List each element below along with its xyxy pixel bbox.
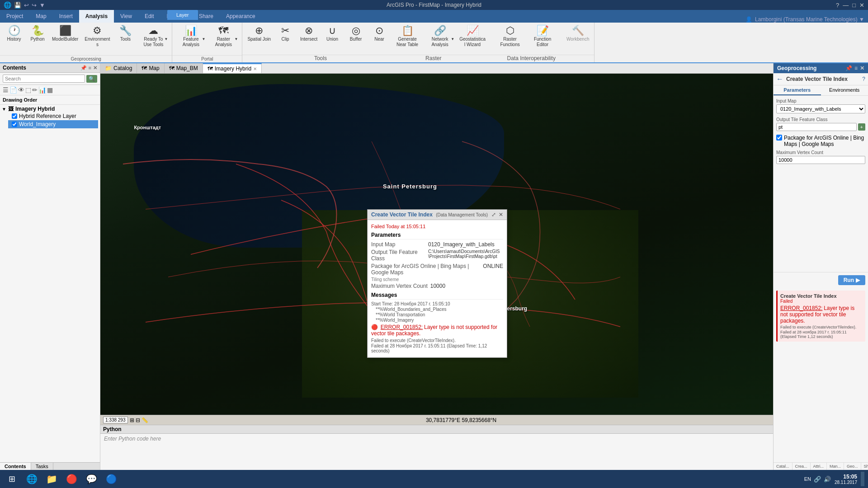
geo-footer-tab-1[interactable]: Crea... <box>793 463 811 470</box>
start-btn[interactable]: ⊞ <box>4 471 20 487</box>
tab-map-bm[interactable]: 🗺 Map_BM <box>165 63 203 73</box>
geo-back-btn[interactable]: ← <box>776 75 783 83</box>
tab-catalog[interactable]: 📁 Catalog <box>100 63 137 73</box>
source-icon[interactable]: 📄 <box>9 86 17 94</box>
popup-close-icon[interactable]: ✕ <box>499 211 503 218</box>
result-popup[interactable]: Create Vector Tile Index (Data Managemen… <box>367 209 507 358</box>
geo-input-map-select[interactable]: 0120_Imagery_with_Labels <box>776 104 865 113</box>
geo-close-icon[interactable]: ✕ <box>860 65 864 71</box>
taskbar-chrome[interactable]: 🔴 <box>63 471 80 487</box>
history-btn[interactable]: 🕐 History <box>3 24 25 43</box>
geo-tab-environments[interactable]: Environments <box>821 85 868 95</box>
contents-menu-icon[interactable]: ≡ <box>89 65 91 71</box>
generate-near-table-btn[interactable]: 📋 Generate Near Table <box>392 24 423 49</box>
geo-output-add-btn[interactable]: + <box>858 123 865 131</box>
modelbuilder-btn[interactable]: ⬛ ModelBuilder <box>50 24 80 43</box>
intersect-btn[interactable]: ⊗ Intersect <box>297 24 320 43</box>
geo-package-checkbox[interactable] <box>776 135 782 141</box>
tab-edit[interactable]: Edit <box>138 10 160 23</box>
tab-project[interactable]: Project <box>0 10 29 23</box>
tab-view[interactable]: View <box>114 10 138 23</box>
clip-btn[interactable]: ✂ Clip <box>274 24 297 43</box>
union-btn[interactable]: ∪ Union <box>321 24 344 43</box>
tab-map[interactable]: 🗺 Map <box>137 63 164 73</box>
feature-analysis-btn[interactable]: 📊 Feature Analysis ▼ <box>175 24 207 49</box>
tab-imagery-hybrid[interactable]: 🗺 Imagery Hybrid ✕ <box>203 63 262 73</box>
tab-appearance[interactable]: Appearance <box>220 10 262 23</box>
python-btn[interactable]: 🐍 Python <box>26 24 49 43</box>
expand-icon[interactable]: ▼ <box>2 107 6 112</box>
geo-run-btn[interactable]: Run ▶ <box>838 275 865 285</box>
environments-btn[interactable]: ⚙ Environments <box>81 24 113 49</box>
raster-analysis-btn[interactable]: 🗺 Raster Analysis ▼ <box>208 24 239 49</box>
list-icon[interactable]: ☰ <box>3 86 9 94</box>
layer-item-hybrid[interactable]: Hybrid Reference Layer <box>8 112 98 120</box>
layer-group-label[interactable]: ▼ 🖼 Imagery Hybrid <box>2 106 98 112</box>
taskbar-explorer[interactable]: 📁 <box>43 471 60 487</box>
spatial-join-btn[interactable]: ⊕ Spatial Join <box>245 24 273 43</box>
bottom-tab-tasks[interactable]: Tasks <box>31 463 53 470</box>
layer-item-world[interactable]: World_Imagery <box>8 120 98 128</box>
customize-icon[interactable]: ▼ <box>39 2 45 9</box>
python-input-area[interactable]: Enter Python code here <box>100 434 773 470</box>
geo-help-icon[interactable]: ? <box>862 76 865 82</box>
tab-insert[interactable]: Insert <box>53 10 79 23</box>
geo-header-controls[interactable]: 📌 ≡ ✕ <box>845 65 864 71</box>
taskbar-skype[interactable]: 💬 <box>83 471 99 487</box>
map-view[interactable]: Кронштадт Saint Petersburg Saint Petersb… <box>100 74 773 415</box>
popup-external-icon[interactable]: ⤢ <box>491 211 496 218</box>
geo-footer-tab-0[interactable]: Catal... <box>774 463 793 470</box>
buffer-btn[interactable]: ◎ Buffer <box>344 24 367 43</box>
geo-output-input[interactable] <box>776 123 857 131</box>
contents-panel-controls[interactable]: 📌 ≡ ✕ <box>80 65 97 71</box>
geo-menu-icon[interactable]: ≡ <box>854 65 858 71</box>
tab-close-imagery[interactable]: ✕ <box>253 66 257 71</box>
maximize-btn[interactable]: □ <box>852 2 856 9</box>
geo-tab-parameters[interactable]: Parameters <box>774 85 821 95</box>
layer-checkbox-hybrid[interactable] <box>12 113 17 119</box>
help-btn[interactable]: ? <box>836 2 839 9</box>
taskbar-ie[interactable]: 🌐 <box>24 471 40 487</box>
minimize-btn[interactable]: — <box>843 2 849 9</box>
geo-footer-tab-5[interactable]: Shar... <box>861 463 868 470</box>
geo-vertex-input[interactable] <box>776 156 865 164</box>
search-input[interactable] <box>3 75 85 83</box>
visibility-icon[interactable]: 👁 <box>18 86 24 94</box>
table-icon[interactable]: ▦ <box>47 86 53 94</box>
redo-icon[interactable]: ↪ <box>32 2 37 9</box>
layer-checkbox-world[interactable] <box>12 122 17 127</box>
workbench-btn[interactable]: 🔨 Workbench <box>564 24 591 43</box>
editable-icon[interactable]: ✏ <box>32 86 38 94</box>
bottom-tab-contents[interactable]: Contents <box>0 463 31 470</box>
window-controls[interactable]: ? — □ ✕ <box>836 2 864 9</box>
network-analysis-btn[interactable]: 🔗 Network Analysis ▼ <box>424 24 456 49</box>
selection-icon[interactable]: ⬚ <box>25 86 31 94</box>
geostatistical-wizard-btn[interactable]: 📈 Geostatistical Wizard <box>457 24 488 49</box>
scale-box[interactable]: 1:338 293 <box>103 417 128 423</box>
pin-icon[interactable]: 📌 <box>80 65 87 71</box>
show-desktop-btn[interactable] <box>861 472 864 486</box>
undo-icon[interactable]: ↩ <box>24 2 29 9</box>
contents-close-icon[interactable]: ✕ <box>93 65 97 71</box>
geo-footer-tab-2[interactable]: Attri... <box>811 463 827 470</box>
save-icon[interactable]: 💾 <box>14 2 21 9</box>
popup-tool-title[interactable]: Create Vector Tile Index <box>371 211 433 218</box>
layer-context-tab[interactable]: Layer <box>167 10 198 20</box>
geo-footer-tab-3[interactable]: Man... <box>827 463 844 470</box>
taskbar-app5[interactable]: 🔵 <box>103 471 119 487</box>
scale-icons[interactable]: ⊞ ⊟ 📏 <box>130 417 149 423</box>
tools-btn[interactable]: 🔧 Tools <box>114 24 137 43</box>
near-btn[interactable]: ⊙ Near <box>368 24 391 43</box>
popup-error-code[interactable]: ERROR_001852: <box>381 324 423 330</box>
popup-controls[interactable]: ⤢ ✕ <box>491 211 503 218</box>
close-btn[interactable]: ✕ <box>859 2 864 9</box>
tab-analysis[interactable]: Analysis <box>79 10 114 23</box>
function-editor-btn[interactable]: 📝 Function Editor <box>527 24 558 49</box>
geo-footer-tab-4[interactable]: Geo... <box>844 463 861 470</box>
ready-to-use-tools-btn[interactable]: ☁ Ready To Use Tools ▼ <box>137 24 169 49</box>
search-btn[interactable]: 🔍 <box>86 75 97 83</box>
geo-error-code[interactable]: ERROR_001852: <box>780 305 822 311</box>
raster-functions-btn[interactable]: ⬡ Raster Functions <box>494 24 526 49</box>
tab-map[interactable]: Map <box>29 10 52 23</box>
geo-pin-icon[interactable]: 📌 <box>845 65 852 71</box>
